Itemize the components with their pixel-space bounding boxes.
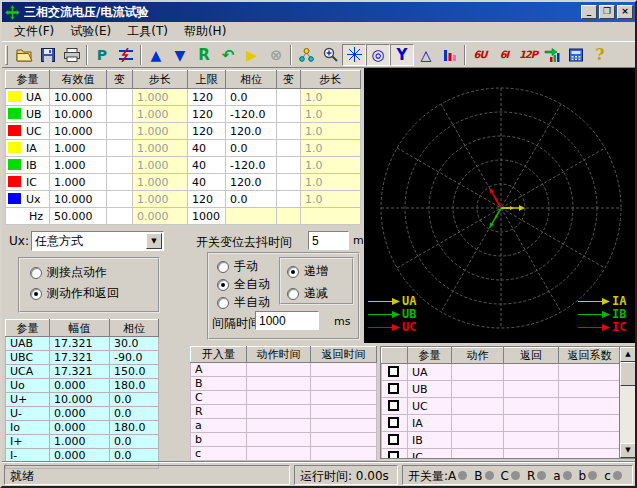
step-cell[interactable]: 1.000	[133, 89, 188, 106]
maximize-button[interactable]: ❐	[599, 5, 615, 19]
rms-cell[interactable]: 50.000	[50, 208, 107, 225]
limit-cell[interactable]: 120	[188, 123, 226, 140]
phase-cell[interactable]: -120.0	[226, 157, 277, 174]
vary-cell[interactable]	[277, 157, 301, 174]
bar-view-button[interactable]	[438, 44, 462, 66]
vary-cell[interactable]	[277, 123, 301, 140]
starburst-view-button[interactable]	[342, 44, 366, 66]
vary-cell[interactable]	[107, 123, 133, 140]
menu-tools[interactable]: 工具(T)	[119, 22, 176, 41]
phase-step-cell[interactable]: 1.0	[301, 157, 361, 174]
wye-connection-button[interactable]: Y	[390, 44, 414, 66]
radio-increase[interactable]: 递增	[287, 263, 328, 280]
rms-cell[interactable]: 1.000	[50, 140, 107, 157]
step-cell[interactable]: 1.000	[133, 157, 188, 174]
vector-node-button[interactable]	[294, 44, 318, 66]
scroll-thumb[interactable]	[620, 362, 636, 386]
phase-cell[interactable]: 0.0	[226, 191, 277, 208]
phase-step-cell[interactable]: 1.0	[301, 174, 361, 191]
row-checkbox[interactable]	[388, 434, 399, 445]
row-checkbox[interactable]	[388, 417, 399, 428]
vary-cell[interactable]	[277, 174, 301, 191]
run-button[interactable]: ▶	[240, 44, 264, 66]
six-current-button[interactable]: 6I	[492, 44, 516, 66]
undo-button[interactable]: ↶	[216, 44, 240, 66]
twelve-phase-button[interactable]: 12P	[516, 44, 540, 66]
fault-button[interactable]	[114, 44, 138, 66]
phase-step-cell[interactable]: 1.0	[301, 140, 361, 157]
toolbar-grip[interactable]	[5, 45, 8, 65]
vary-cell[interactable]	[277, 191, 301, 208]
phase-cell[interactable]: 0.0	[226, 140, 277, 157]
open-button[interactable]	[12, 44, 36, 66]
vary-cell[interactable]	[107, 174, 133, 191]
step-down-button[interactable]: ▼	[168, 44, 192, 66]
debounce-input[interactable]	[308, 231, 349, 250]
radio-full-auto[interactable]: 全自动	[217, 276, 270, 293]
vary-cell[interactable]	[107, 191, 133, 208]
radio-manual[interactable]: 手动	[217, 258, 258, 275]
print-button[interactable]	[60, 44, 84, 66]
phase-step-cell[interactable]: 1.0	[301, 89, 361, 106]
phase-setting-button[interactable]: P	[90, 44, 114, 66]
vary-cell[interactable]	[277, 140, 301, 157]
row-checkbox[interactable]	[388, 451, 399, 459]
interval-input[interactable]	[255, 311, 319, 330]
limit-cell[interactable]: 40	[188, 140, 226, 157]
step-up-button[interactable]: ▲	[144, 44, 168, 66]
rms-cell[interactable]: 10.000	[50, 89, 107, 106]
polar-view-button[interactable]: ◎	[366, 44, 390, 66]
limit-cell[interactable]: 40	[188, 174, 226, 191]
row-checkbox[interactable]	[388, 383, 399, 394]
radio-decrease[interactable]: 递减	[287, 285, 328, 302]
menu-test[interactable]: 试验(E)	[62, 22, 119, 41]
row-checkbox[interactable]	[388, 366, 399, 377]
rms-cell[interactable]: 1.000	[50, 174, 107, 191]
radio-contact-action[interactable]: 测接点动作	[30, 264, 107, 281]
vary-cell[interactable]	[277, 106, 301, 123]
menu-file[interactable]: 文件(F)	[6, 22, 62, 41]
zoom-in-button[interactable]	[318, 44, 342, 66]
vary-cell[interactable]	[107, 106, 133, 123]
rms-cell[interactable]: 10.000	[50, 123, 107, 140]
vertical-scrollbar[interactable]: ▲ ▼	[619, 347, 636, 458]
phase-step-cell[interactable]: 1.0	[301, 123, 361, 140]
row-checkbox[interactable]	[388, 400, 399, 411]
step-cell[interactable]: 1.000	[133, 174, 188, 191]
stop-button[interactable]: ⊗	[264, 44, 288, 66]
vary-cell[interactable]	[107, 208, 133, 225]
phase-cell[interactable]: -120.0	[226, 106, 277, 123]
step-cell[interactable]: 1.000	[133, 191, 188, 208]
scroll-down-icon[interactable]: ▼	[620, 443, 636, 458]
calculator-button[interactable]	[564, 44, 588, 66]
help-button[interactable]: ?	[588, 44, 612, 66]
radio-action-return[interactable]: 测动作和返回	[30, 285, 119, 302]
output-button[interactable]	[540, 44, 564, 66]
step-cell[interactable]: 1.000	[133, 140, 188, 157]
phase-cell[interactable]: 0.0	[226, 89, 277, 106]
delta-connection-button[interactable]: △	[414, 44, 438, 66]
step-cell[interactable]: 0.000	[133, 208, 188, 225]
ux-mode-select[interactable]: 任意方式 ▼	[31, 231, 164, 251]
limit-cell[interactable]: 120	[188, 106, 226, 123]
limit-cell[interactable]: 1000	[188, 208, 226, 225]
limit-cell[interactable]: 120	[188, 89, 226, 106]
menu-help[interactable]: 帮助(H)	[176, 22, 234, 41]
phase-step-cell[interactable]: 1.0	[301, 191, 361, 208]
scroll-up-icon[interactable]: ▲	[620, 347, 636, 362]
phase-cell[interactable]: 120.0	[226, 123, 277, 140]
step-cell[interactable]: 1.000	[133, 123, 188, 140]
rms-cell[interactable]: 10.000	[50, 191, 107, 208]
rms-cell[interactable]: 10.000	[50, 106, 107, 123]
phase-step-cell[interactable]: 1.0	[301, 106, 361, 123]
reset-button[interactable]: R	[192, 44, 216, 66]
phase-cell[interactable]: 120.0	[226, 174, 277, 191]
minimize-button[interactable]: _	[581, 5, 597, 19]
step-cell[interactable]: 1.000	[133, 106, 188, 123]
save-button[interactable]	[36, 44, 60, 66]
limit-cell[interactable]: 40	[188, 157, 226, 174]
vary-cell[interactable]	[107, 89, 133, 106]
vary-cell[interactable]	[107, 140, 133, 157]
limit-cell[interactable]: 120	[188, 191, 226, 208]
vary-cell[interactable]	[277, 89, 301, 106]
